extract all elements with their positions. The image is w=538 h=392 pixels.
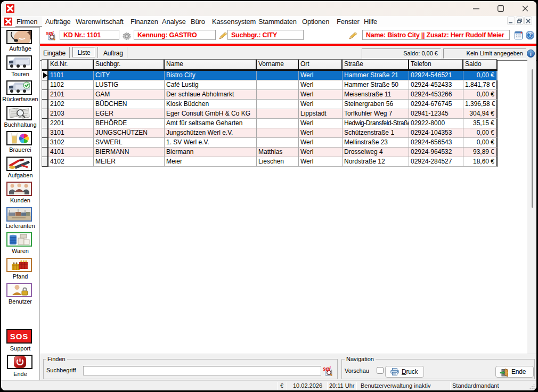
svg-text:sql: sql — [323, 366, 331, 372]
svg-text:i: i — [530, 51, 532, 57]
svg-text:sql: sql — [46, 30, 54, 36]
svg-text:?: ? — [528, 32, 532, 38]
